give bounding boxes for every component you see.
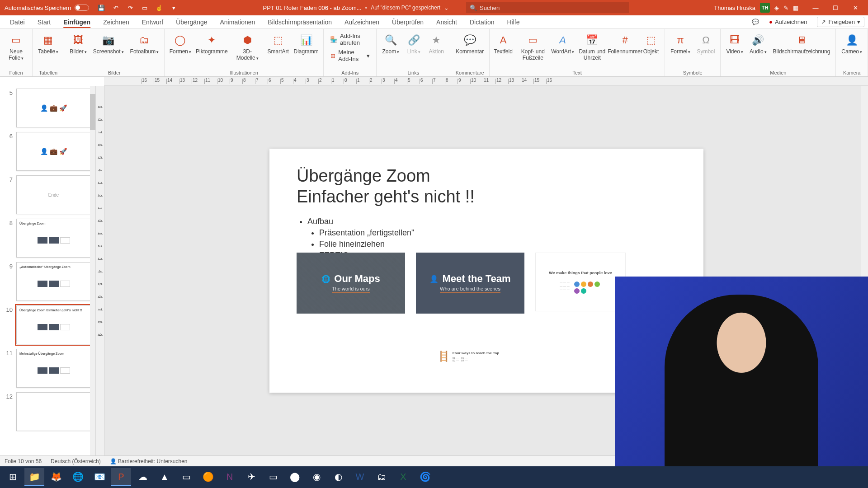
tab-ueberpruefen[interactable]: Überprüfen [386,15,430,28]
app-icon-4[interactable]: ▭ [263,468,283,486]
new-slide-button[interactable]: ▭Neue Folie [3,31,29,63]
slide-counter[interactable]: Folie 10 von 56 [5,458,42,465]
outlook-icon[interactable]: 📧 [90,468,109,486]
card-make-things[interactable]: We make things that people love — — —— —… [535,253,626,311]
fotoalbum-button[interactable]: 🗂Fotoalbum [127,31,162,57]
user-avatar[interactable]: TH [760,3,770,13]
thumbnail-slide-10[interactable]: 10Übergänge Zoom Einfacher geht's nicht … [5,305,91,344]
wordart-button[interactable]: AWordArt [552,31,574,57]
thumbnail-slide-5[interactable]: 5👤💼🚀 [5,89,91,127]
search-box[interactable]: 🔍 [466,2,629,13]
thumbnail-slide-8[interactable]: 8Übergänge Zoom [5,219,91,258]
search-input[interactable] [480,5,625,11]
audio-button[interactable]: 🔊Audio [747,31,769,57]
app-icon-1[interactable]: ☁ [133,468,153,486]
card-our-maps[interactable]: 🌐Our Maps The world is ours [297,253,405,314]
diamond-icon[interactable]: ◈ [774,5,779,11]
file-explorer-icon[interactable]: 📁 [24,468,44,486]
table-button[interactable]: ▦Tabelle [35,31,61,57]
action-button[interactable]: ★Aktion [425,31,447,57]
thumbnail-slide-9[interactable]: 9„Automatische" Übergänge Zoom [5,262,91,301]
get-addins-button[interactable]: 🏪Add-Ins abrufen [328,32,372,47]
screenshot-button[interactable]: 📷Screenshot [90,31,127,57]
pen-icon[interactable]: ✎ [783,5,788,11]
autosave-toggle[interactable]: Automatisches Speichern [0,5,94,11]
tab-zeichnen[interactable]: Zeichnen [97,15,136,28]
object-button[interactable]: ⬚Objekt [640,31,662,57]
tab-aufzeichnen[interactable]: Aufzeichnen [338,15,386,28]
excel-icon[interactable]: X [393,468,413,486]
maximize-button[interactable]: ☐ [826,1,844,14]
window-layout-icon[interactable]: ▦ [793,5,798,11]
my-addins-button[interactable]: ⊞Meine Add-Ins▾ [328,48,372,63]
obs-icon[interactable]: ⬤ [285,468,305,486]
app-icon-3[interactable]: 🟠 [198,468,218,486]
card-meet-team[interactable]: 👤Meet the Team Who are behind the scenes [416,253,524,314]
chart-button[interactable]: 📊Diagramm [292,31,321,57]
save-icon[interactable]: 💾 [96,3,106,13]
equation-button[interactable]: πFormel [668,31,693,57]
thumbnail-slide-6[interactable]: 6👤💼🚀 [5,132,91,171]
tab-uebergaenge[interactable]: Übergänge [170,15,213,28]
firefox-icon[interactable]: 🦊 [46,468,66,486]
slide-title[interactable]: Übergänge ZoomEinfacher geht's nicht !! [297,166,676,207]
start-button[interactable]: ⊞ [3,468,23,486]
3d-models-button[interactable]: ⬢3D-Modelle [230,31,264,63]
chrome-icon[interactable]: 🌐 [68,468,88,486]
thumbnail-slide-12[interactable]: 12 [5,392,91,431]
smartart-button[interactable]: ⬚SmartArt [265,31,291,57]
minimize-button[interactable]: — [807,1,825,14]
screen-recording-button[interactable]: 🖥Bildschirmaufzeichnung [770,31,833,57]
comments-icon[interactable]: 💬 [752,19,759,25]
touch-mode-icon[interactable]: ☝ [154,3,164,13]
telegram-icon[interactable]: ✈ [241,468,261,486]
datetime-button[interactable]: 📅Datum und Uhrzeit [575,31,610,63]
app-icon-5[interactable]: ◉ [307,468,326,486]
tab-animationen[interactable]: Animationen [214,15,262,28]
tab-start[interactable]: Start [31,15,57,28]
tab-entwurf[interactable]: Entwurf [136,15,170,28]
record-button[interactable]: ●Aufzeichnen [765,17,811,27]
cameo-button[interactable]: 👤Cameo [839,31,865,57]
onenote-icon[interactable]: N [220,468,240,486]
thumbnail-slide-11[interactable]: 11Mehrstufige Übergänge Zoom [5,349,91,388]
qat-chevron-icon[interactable]: ▾ [169,3,179,13]
thumbnails-scrollbar[interactable] [90,94,95,130]
comment-button[interactable]: 💬Kommentar [453,31,486,57]
close-button[interactable]: ✕ [846,1,864,14]
vlc-icon[interactable]: ▲ [155,468,175,486]
tab-dictation[interactable]: Dictation [463,15,500,28]
tab-datei[interactable]: Datei [4,15,31,28]
app-icon-7[interactable]: 🗂 [372,468,392,486]
accessibility-check[interactable]: 👤 Barrierefreiheit: Untersuchen [110,458,188,465]
chevron-down-icon[interactable]: ⌄ [444,5,449,11]
powerpoint-icon[interactable]: P [111,468,131,486]
tab-bildschirmpraesentation[interactable]: Bildschirmpräsentation [261,15,338,28]
shapes-button[interactable]: ◯Formen [167,31,193,57]
card-ladder[interactable]: 🪜 Four ways to reach the Top 01 — 03 —02… [423,329,514,384]
app-icon-2[interactable]: ▭ [176,468,196,486]
link-button[interactable]: 🔗Link [403,31,425,57]
thumbnail-slide-7[interactable]: 7Ende [5,175,91,214]
tab-einfuegen[interactable]: Einfügen [57,15,97,28]
redo-icon[interactable]: ↷ [125,3,135,13]
language-indicator[interactable]: Deutsch (Österreich) [51,458,101,465]
pictures-button[interactable]: 🖼Bilder [67,31,90,57]
from-beginning-icon[interactable]: ▭ [140,3,150,13]
undo-icon[interactable]: ↶ [111,3,121,13]
tab-hilfe[interactable]: Hilfe [500,15,526,28]
app-icon-6[interactable]: ◐ [328,468,348,486]
icons-button[interactable]: ✦Piktogramme [194,31,229,57]
tab-ansicht[interactable]: Ansicht [430,15,463,28]
edge-icon[interactable]: 🌀 [415,468,435,486]
picture-icon: 🖼 [71,33,86,48]
slide-number-button[interactable]: #Foliennummer [611,31,639,57]
video-button[interactable]: 🎞Video [723,31,745,57]
word-icon[interactable]: W [350,468,370,486]
header-footer-button[interactable]: ▭Kopf- und Fußzeile [515,31,551,63]
textbox-button[interactable]: ATextfeld [492,31,514,57]
share-button[interactable]: ↗Freigeben▾ [817,17,864,27]
slide-thumbnails-panel[interactable]: 5👤💼🚀6👤💼🚀7Ende8Übergänge Zoom9„Automatisc… [0,86,96,455]
symbol-button[interactable]: ΩSymbol [694,31,717,57]
zoom-button[interactable]: 🔍Zoom [379,31,402,57]
